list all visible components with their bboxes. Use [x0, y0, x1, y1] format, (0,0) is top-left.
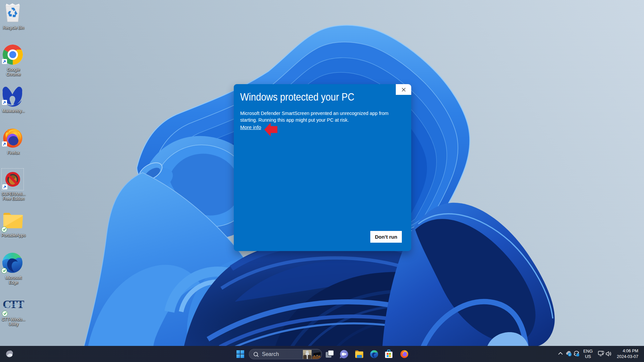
svg-text:T: T	[17, 299, 24, 310]
